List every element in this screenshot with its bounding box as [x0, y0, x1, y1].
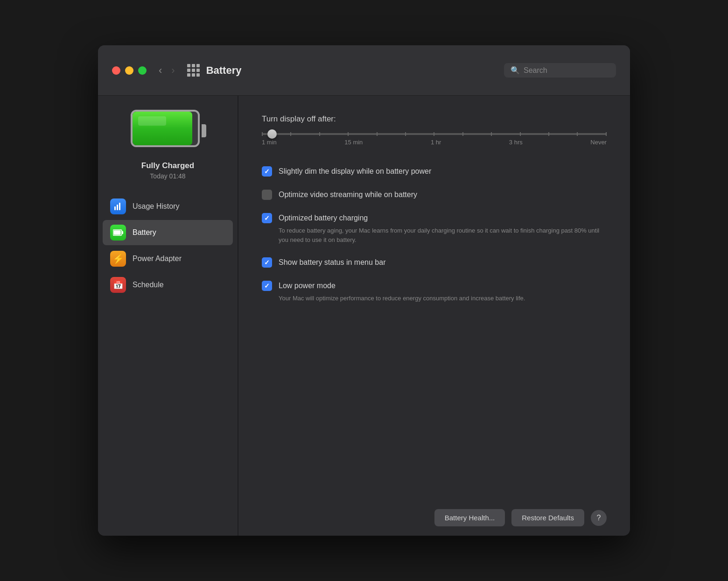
slider-label-1hr: 1 hr: [431, 139, 441, 146]
usage-history-label: Usage History: [133, 202, 179, 211]
label-optimize-video: Optimize video streaming while on batter…: [279, 191, 417, 199]
slider-label: Turn display off after:: [262, 114, 607, 124]
checkbox-show-status[interactable]: ✓: [262, 257, 272, 268]
options-section: ✓ Slightly dim the display while on batt…: [262, 160, 607, 310]
content-area: Turn display off after:: [238, 96, 630, 500]
checkbox-optimize-video[interactable]: [262, 190, 272, 200]
tick-6: [405, 132, 406, 136]
slider-container[interactable]: [262, 133, 607, 135]
label-dim-display: Slightly dim the display while on batter…: [279, 167, 431, 176]
option-lowpower-main: ✓ Low power mode: [262, 281, 607, 291]
sidebar-item-usage-history[interactable]: Usage History: [103, 194, 233, 219]
power-adapter-label: Power Adapter: [133, 255, 182, 263]
slider-label-never: Never: [590, 139, 607, 146]
sidebar: Fully Charged Today 01:48 Usage History: [98, 96, 238, 536]
slider-section: Turn display off after:: [262, 114, 607, 146]
titlebar: ‹ › Battery 🔍: [98, 45, 630, 96]
slider-track: [262, 133, 607, 135]
help-button[interactable]: ?: [591, 510, 607, 526]
battery-status: Fully Charged Today 01:48: [141, 161, 194, 180]
battery-shine: [138, 116, 166, 126]
tick-5: [377, 132, 378, 136]
option-dim-display: ✓ Slightly dim the display while on batt…: [262, 160, 607, 183]
schedule-label: Schedule: [133, 281, 164, 289]
desc-low-power: Your Mac will optimize performance to re…: [279, 294, 607, 303]
power-adapter-icon: ⚡: [110, 251, 126, 267]
checkmark-dim-display: ✓: [264, 168, 270, 175]
battery-body: [131, 110, 200, 147]
option-dim-main: ✓ Slightly dim the display while on batt…: [262, 166, 607, 177]
battery-nav-icon: [110, 225, 126, 241]
grid-icon[interactable]: [187, 64, 200, 77]
search-input[interactable]: [524, 66, 609, 75]
option-low-power: ✓ Low power mode Your Mac will optimize …: [262, 274, 607, 310]
checkmark-optimized-charging: ✓: [264, 214, 270, 222]
battery-nav-label: Battery: [133, 228, 156, 237]
option-optimize-video: Optimize video streaming while on batter…: [262, 183, 607, 206]
slider-ticks: [262, 133, 607, 135]
tick-12: [577, 132, 578, 136]
search-icon: 🔍: [511, 66, 520, 75]
option-status-main: ✓ Show battery status in menu bar: [262, 257, 607, 268]
tick-13: [606, 132, 607, 136]
sidebar-item-schedule[interactable]: 📅 Schedule: [103, 272, 233, 298]
tick-9: [491, 132, 492, 136]
traffic-lights: [112, 66, 147, 75]
fullscreen-button[interactable]: [138, 66, 147, 75]
sidebar-nav: Usage History Battery ⚡: [98, 194, 238, 298]
label-optimized-charging: Optimized battery charging: [279, 214, 368, 222]
tick-11: [548, 132, 549, 136]
window-title: Battery: [206, 64, 504, 77]
svg-rect-1: [117, 205, 118, 210]
desc-optimized-charging: To reduce battery aging, your Mac learns…: [279, 226, 607, 244]
system-preferences-window: ‹ › Battery 🔍 Fully Char: [98, 45, 630, 536]
tick-2: [290, 132, 291, 136]
checkbox-optimized-charging[interactable]: ✓: [262, 213, 272, 223]
label-show-status: Show battery status in menu bar: [279, 258, 385, 267]
schedule-icon: 📅: [110, 277, 126, 293]
sidebar-item-battery[interactable]: Battery: [103, 220, 233, 245]
option-show-status: ✓ Show battery status in menu bar: [262, 251, 607, 274]
tick-7: [434, 132, 434, 136]
option-video-main: Optimize video streaming while on batter…: [262, 190, 607, 200]
bottom-bar: Battery Health... Restore Defaults ?: [238, 500, 630, 536]
svg-rect-0: [114, 206, 116, 210]
battery-status-title: Fully Charged: [141, 161, 194, 170]
battery-icon-container: [131, 110, 205, 152]
main-content: Fully Charged Today 01:48 Usage History: [98, 96, 630, 536]
tick-1: [262, 132, 263, 136]
close-button[interactable]: [112, 66, 120, 75]
svg-rect-5: [114, 231, 121, 235]
nav-arrows: ‹ ›: [156, 63, 178, 78]
checkmark-show-status: ✓: [264, 259, 270, 266]
option-charging-main: ✓ Optimized battery charging: [262, 213, 607, 223]
option-optimized-charging: ✓ Optimized battery charging To reduce b…: [262, 206, 607, 251]
checkbox-low-power[interactable]: ✓: [262, 281, 272, 291]
battery-terminal: [202, 124, 206, 137]
slider-label-1min: 1 min: [262, 139, 277, 146]
back-button[interactable]: ‹: [156, 63, 165, 78]
tick-8: [462, 132, 463, 136]
minimize-button[interactable]: [125, 66, 133, 75]
slider-label-3hrs: 3 hrs: [509, 139, 523, 146]
svg-rect-4: [122, 231, 123, 234]
checkbox-dim-display[interactable]: ✓: [262, 166, 272, 177]
checkmark-low-power: ✓: [264, 282, 270, 290]
slider-labels: 1 min 15 min 1 hr 3 hrs Never: [262, 139, 607, 146]
slider-label-15min: 15 min: [344, 139, 363, 146]
usage-history-icon: [110, 198, 126, 214]
tick-4: [348, 132, 349, 136]
sidebar-item-power-adapter[interactable]: ⚡ Power Adapter: [103, 246, 233, 271]
tick-10: [520, 132, 521, 136]
battery-status-time: Today 01:48: [141, 172, 194, 180]
tick-3: [319, 132, 320, 136]
svg-rect-2: [119, 203, 120, 210]
restore-defaults-button[interactable]: Restore Defaults: [511, 509, 584, 526]
forward-button[interactable]: ›: [168, 63, 177, 78]
search-box[interactable]: 🔍: [504, 63, 616, 78]
label-low-power: Low power mode: [279, 282, 336, 290]
battery-health-button[interactable]: Battery Health...: [434, 509, 505, 526]
slider-thumb[interactable]: [267, 129, 277, 139]
